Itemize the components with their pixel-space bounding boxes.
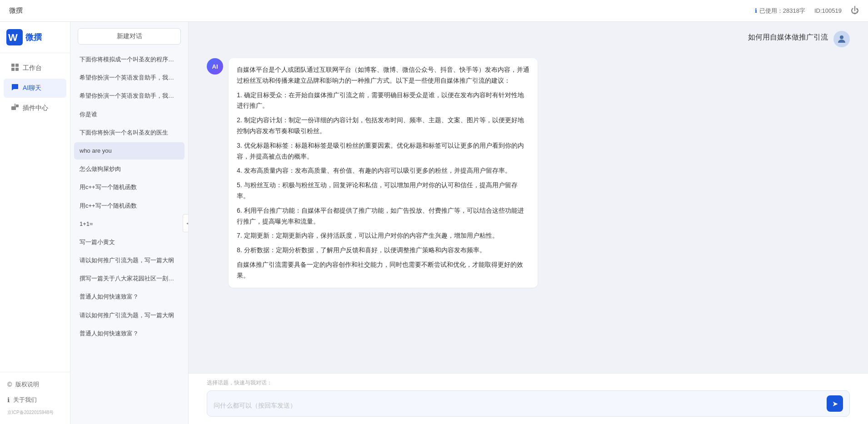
quick-topics-label: 选择话题，快速与我对话： [207,379,850,387]
ai-paragraph: 1. 确定目标受众：在开始自媒体推广引流之前，需要明确目标受众是谁，以便在发布内… [237,90,529,112]
svg-point-9 [840,35,843,39]
history-item[interactable]: 你是谁 [74,106,185,123]
ai-paragraph: 5. 与粉丝互动：积极与粉丝互动，回复评论和私信，可以增加用户对你的认可和信任，… [237,180,529,202]
topbar-usage: ℹ 已使用：28318字 [755,7,805,15]
history-item[interactable]: 撰写一篇关于八大家花园社区一刻钟便民生... [74,270,185,287]
history-item[interactable]: 写一篇小黄文 [74,234,185,251]
about-icon: ℹ [7,396,10,404]
svg-rect-8 [14,104,16,106]
ai-paragraph: 6. 利用平台推广功能：自媒体平台都提供了推广功能，如广告投放、付费推广等，可以… [237,205,529,227]
sidebar-item-plugin[interactable]: 插件中心 [4,99,66,118]
user-avatar [833,31,850,47]
ai-paragraph: 8. 分析数据：定期分析数据，了解用户反馈和喜好，以便调整推广策略和内容发布频率… [237,245,529,256]
usage-text: 已使用：28318字 [759,7,805,15]
history-panel: 新建对话 下面你将模拟成一个叫圣友的程序员，我说...希望你扮演一个英语发音助手… [70,22,189,424]
history-item[interactable]: who are you [74,142,185,160]
plugin-label: 插件中心 [23,104,48,112]
topbar: 微撰 ℹ 已使用：28318字 ID:100519 ⏻ [0,0,868,22]
history-list: 下面你将模拟成一个叫圣友的程序员，我说...希望你扮演一个英语发音助手，我提供给… [70,51,188,424]
history-item[interactable]: 下面你将模拟成一个叫圣友的程序员，我说... [74,51,185,68]
collapse-button[interactable]: ◀ [183,214,189,232]
topbar-id: ID:100519 [814,7,842,14]
history-item[interactable]: 请以如何推广引流为题，写一篇大纲 [74,252,185,269]
history-item[interactable]: 怎么做狗屎炒肉 [74,160,185,178]
history-item[interactable]: 普通人如何快速致富？ [74,325,185,342]
sidebar-item-about[interactable]: ℹ 关于我们 [0,392,70,408]
logo-icon: W [6,29,23,45]
svg-rect-6 [11,106,16,110]
plugin-icon [11,103,19,113]
history-item[interactable]: 请以如何推广引流为题，写一篇大纲 [74,307,185,324]
send-button[interactable]: ➤ [827,395,843,412]
workbench-icon [11,63,19,73]
ai-paragraph: 2. 制定内容计划：制定一份详细的内容计划，包括发布时间、频率、主题、文案、图片… [237,115,529,137]
new-chat-button[interactable]: 新建对话 [78,28,181,45]
chat-area: 如何用自媒体做推广引流 AI 自媒体平台是个人或团队通过互联网平台（如博客、微博… [189,22,868,424]
svg-rect-7 [16,105,19,107]
svg-rect-5 [15,68,19,71]
ai-paragraph: 4. 发布高质量内容：发布高质量、有价值、有趣的内容可以吸引更多的粉丝，并提高用… [237,165,529,176]
user-message-row: 如何用自媒体做推广引流 [207,31,850,47]
history-item[interactable]: 希望你扮演一个英语发音助手，我提供给你... [74,69,185,86]
main-layout: W 微撰 工作台 AI聊天 插件中心 [0,22,868,424]
sidebar-bottom: © 版权说明 ℹ 关于我们 京ICP备2022015948号 [0,372,70,424]
topbar-right: ℹ 已使用：28318字 ID:100519 ⏻ [755,6,859,15]
logout-icon[interactable]: ⏻ [851,6,859,15]
history-item[interactable]: 1+1= [74,215,185,233]
info-icon: ℹ [755,7,757,14]
ai-chat-label: AI聊天 [23,84,41,92]
sidebar-item-copyright[interactable]: © 版权说明 [0,377,70,392]
logo-area: W 微撰 [0,22,70,53]
input-box-wrapper: ➤ [207,390,850,417]
history-item[interactable]: 用c++写一个随机函数 [74,179,185,196]
ai-message-bubble: 自媒体平台是个人或团队通过互联网平台（如博客、微博、微信公众号、抖音、快手等）发… [229,58,538,288]
svg-rect-2 [11,64,15,67]
sidebar: W 微撰 工作台 AI聊天 插件中心 [0,22,70,424]
svg-rect-4 [11,68,15,71]
sidebar-item-ai-chat[interactable]: AI聊天 [4,79,66,98]
svg-rect-3 [15,64,19,67]
ai-paragraph: 3. 优化标题和标签：标题和标签是吸引粉丝的重要因素。优化标题和标签可以让更多的… [237,140,529,162]
ai-paragraph: 7. 定期更新：定期更新内容，保持活跃度，可以让用户对你的内容产生兴趣，增加用户… [237,230,529,241]
chat-input[interactable] [214,401,822,412]
copyright-icon: © [7,381,12,388]
sidebar-nav: 工作台 AI聊天 插件中心 [0,53,70,123]
ai-paragraph: 自媒体平台是个人或团队通过互联网平台（如博客、微博、微信公众号、抖音、快手等）发… [237,65,529,86]
user-question-text: 如何用自媒体做推广引流 [748,31,828,43]
history-item[interactable]: 用c++写一个随机函数 [74,197,185,214]
chat-messages: 如何用自媒体做推广引流 AI 自媒体平台是个人或团队通过互联网平台（如博客、微博… [189,22,868,373]
ai-paragraph: 自媒体推广引流需要具备一定的内容创作和社交能力，同时也需要不断尝试和优化，才能取… [237,259,529,281]
sidebar-item-workbench[interactable]: 工作台 [4,59,66,78]
svg-text:W: W [8,32,18,43]
workbench-label: 工作台 [23,64,42,72]
logo-text: 微撰 [25,32,42,43]
topbar-title: 微撰 [9,6,23,15]
ai-chat-icon [11,83,19,93]
input-area: 选择话题，快速与我对话： ➤ [189,373,868,424]
ai-message-row: AI 自媒体平台是个人或团队通过互联网平台（如博客、微博、微信公众号、抖音、快手… [207,58,850,288]
history-item[interactable]: 下面你将扮演一个名叫圣友的医生 [74,124,185,141]
beian: 京ICP备2022015948号 [0,408,70,419]
about-label: 关于我们 [13,396,37,404]
history-item[interactable]: 普通人如何快速致富？ [74,288,185,305]
copyright-label: 版权说明 [15,380,39,389]
history-item[interactable]: 希望你扮演一个英语发音助手，我提供给你... [74,87,185,105]
user-message-bubble: 如何用自媒体做推广引流 [748,31,828,43]
ai-avatar: AI [207,58,223,75]
send-icon: ➤ [832,399,838,408]
